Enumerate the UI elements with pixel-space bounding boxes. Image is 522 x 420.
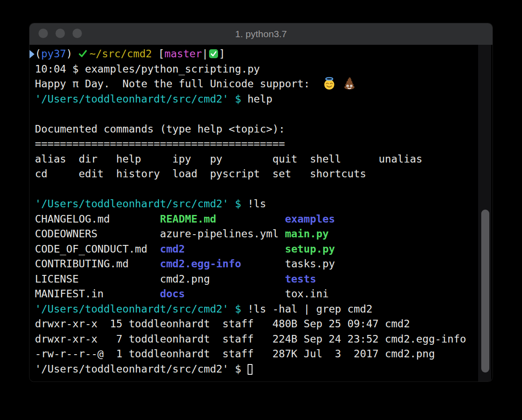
shell-mark-icon [30,48,35,60]
file-name: main.py [285,227,329,240]
command-list-row: cd edit history load pyscript set shortc… [35,167,366,180]
window-title: 1. python3.7 [30,23,492,45]
terminal-line-12: CODEOWNERS azure-pipelines.yml main.py [35,226,466,241]
text-segment [216,213,285,225]
file-name: CODE_OF_CONDUCT.md [35,243,160,255]
command: help [248,93,273,105]
terminal-line-5: Documented commands (type help <topic>): [35,121,466,137]
git-branch: master [164,47,202,60]
dir-name: tests [285,273,316,285]
terminal-line-15: LICENSE cmd2.png tests [35,271,466,287]
dir-name: examples [285,213,335,225]
dir-name: docs [160,287,185,300]
file-name: CONTRIBUTING.md [35,257,160,270]
file-name: tox.ini [285,287,329,300]
terminal-line-4 [35,106,466,121]
ls-row: -rw-r--r--@ 1 toddleonhardt staff 287K J… [35,347,435,360]
terminal-line-2: Happy π Day. Note the full Unicode suppo… [35,76,466,91]
terminal-line-8: cd edit history load pyscript set shortc… [35,166,466,181]
text-segment: ] [219,47,225,60]
command: !ls -hal | grep cmd2 [248,303,372,315]
terminal-line-11: CHANGELOG.md README.md examples [35,211,466,227]
text-segment: ( [35,47,41,60]
dir-name: cmd2 [160,243,185,255]
scrollbar-track[interactable] [478,45,491,381]
ls-row: drwxr-xr-x 7 toddleonhardt staff 224B Se… [35,333,466,345]
command: !ls [248,197,266,210]
terminal-line-1: 10:04 $ examples/python_scripting.py [35,61,466,77]
dir-name: cmd2.egg-info [160,257,241,270]
text-segment: ) [66,47,79,60]
scrollbar-thumb[interactable] [481,210,489,373]
terminal-line-0: (py37) ~/src/cmd2 [master|] [35,46,466,61]
terminal-line-21: '/Users/toddleonhardt/src/cmd2' $ [35,361,466,377]
text-segment [336,77,342,90]
ls-row: drwxr-xr-x 15 toddleonhardt staff 480B S… [35,317,410,330]
terminal-line-16: MANIFEST.in docs tox.ini [35,286,466,301]
file-name: CHANGELOG.md [35,213,160,225]
text-segment [185,243,285,255]
terminal-line-14: CONTRIBUTING.md cmd2.egg-info tasks.py [35,256,466,271]
status-check-icon [79,49,87,58]
cwd-path: ~/src/cmd2 [90,47,152,60]
terminal-line-17: '/Users/toddleonhardt/src/cmd2' $ !ls -h… [35,301,466,317]
terminal-window: 1. python3.7 (py37) ~/src/cmd2 [master|]… [30,23,492,381]
command: 10:04 $ examples/python_scripting.py [35,63,260,75]
file-name: setup.py [285,243,335,255]
text-segment: Happy π Day. Note the full Unicode suppo… [35,77,322,90]
text-segment [185,287,285,300]
git-clean-check-icon [209,49,218,59]
terminal-line-19: drwxr-xr-x 7 toddleonhardt staff 224B Se… [35,331,466,347]
poop-emoji-icon [343,77,356,90]
terminal-line-10: '/Users/toddleonhardt/src/cmd2' $ !ls [35,196,466,211]
terminal-content[interactable]: (py37) ~/src/cmd2 [master|]10:04 $ examp… [30,45,492,381]
text-segment: [ [152,47,164,60]
terminal-line-3: '/Users/toddleonhardt/src/cmd2' $ help [35,91,466,107]
venv-name: py37 [41,47,66,60]
command-list-row: alias dir help ipy py quit shell unalias [35,153,423,165]
help-ruler: ======================================== [35,137,285,150]
file-name: tasks.py [285,257,335,270]
help-header: Documented commands (type help <topic>): [35,123,285,135]
prompt-path: '/Users/toddleonhardt/src/cmd2' $ [35,93,248,105]
file-name: CODEOWNERS [35,227,160,240]
prompt-path: '/Users/toddleonhardt/src/cmd2' $ [35,363,248,375]
terminal-line-9 [35,181,466,197]
prompt-path: '/Users/toddleonhardt/src/cmd2' $ [35,303,248,315]
terminal-cursor [248,364,252,375]
title-bar[interactable]: 1. python3.7 [30,23,492,45]
halo-face-emoji-icon [323,77,336,90]
file-name: README.md [160,213,216,225]
terminal-line-18: drwxr-xr-x 15 toddleonhardt staff 480B S… [35,316,466,331]
terminal-line-6: ======================================== [35,136,466,151]
terminal-line-13: CODE_OF_CONDUCT.md cmd2 setup.py [35,241,466,257]
file-name: LICENSE [35,273,160,285]
terminal-output: (py37) ~/src/cmd2 [master|]10:04 $ examp… [35,46,466,376]
file-name: azure-pipelines.yml [160,227,285,240]
file-name: cmd2.png [160,273,285,285]
prompt-path: '/Users/toddleonhardt/src/cmd2' $ [35,197,248,210]
terminal-line-7: alias dir help ipy py quit shell unalias [35,151,466,167]
text-segment: | [202,47,208,60]
file-name: MANIFEST.in [35,287,160,300]
terminal-line-20: -rw-r--r--@ 1 toddleonhardt staff 287K J… [35,346,466,361]
text-segment [241,257,285,270]
